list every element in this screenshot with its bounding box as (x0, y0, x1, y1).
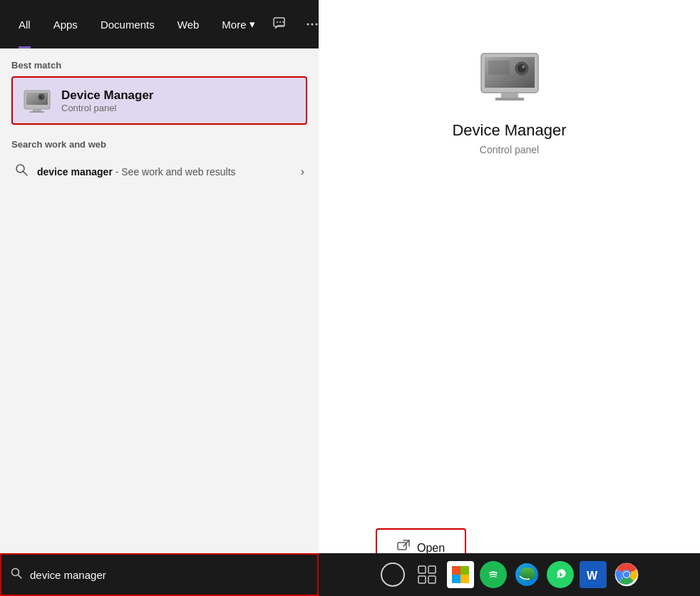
best-match-text: Device Manager Control panel (61, 88, 153, 113)
detail-content: Device Manager Control panel (319, 0, 700, 528)
best-match-title: Device Manager (61, 88, 153, 103)
svg-point-48 (624, 572, 629, 577)
svg-rect-21 (495, 98, 524, 101)
svg-rect-36 (452, 566, 460, 575)
searchbar-icon (10, 567, 23, 583)
chrome-icon[interactable] (612, 560, 641, 589)
svg-point-4 (307, 24, 309, 26)
nav-tabs: All Apps Documents Web More ▾ (0, 0, 319, 48)
svg-rect-37 (460, 566, 469, 575)
search-query-bold: device manager (37, 166, 113, 178)
svg-point-1 (277, 21, 278, 23)
search-icon (14, 163, 29, 180)
svg-rect-38 (452, 575, 460, 583)
web-search-text: device manager - See work and web result… (37, 165, 292, 178)
nav-right-icons (267, 11, 325, 38)
spotify-icon[interactable] (480, 561, 507, 588)
svg-point-15 (16, 165, 24, 173)
tab-documents[interactable]: Documents (89, 0, 166, 48)
svg-rect-35 (428, 576, 436, 583)
taskbar: W (319, 553, 700, 596)
search-box[interactable] (0, 553, 319, 596)
web-search-item[interactable]: device manager - See work and web result… (11, 155, 307, 187)
word-icon[interactable]: W (580, 561, 607, 588)
svg-point-31 (381, 563, 404, 586)
svg-point-23 (518, 64, 526, 73)
search-query-suffix: - See work and web results (113, 166, 236, 178)
best-match-label: Best match (11, 60, 307, 71)
svg-point-5 (311, 24, 313, 26)
search-results: Best match (0, 48, 319, 596)
svg-rect-27 (398, 543, 406, 550)
search-input[interactable] (30, 569, 309, 581)
device-manager-icon (23, 86, 51, 115)
svg-point-25 (523, 66, 525, 67)
svg-point-14 (41, 96, 43, 97)
svg-text:W: W (587, 570, 598, 582)
svg-rect-20 (501, 93, 518, 98)
chevron-right-icon: › (301, 165, 304, 178)
edge-icon[interactable] (513, 560, 541, 589)
best-match-subtitle: Control panel (61, 103, 153, 113)
svg-rect-9 (26, 93, 48, 105)
cortana-icon[interactable] (379, 560, 407, 589)
svg-rect-32 (418, 566, 426, 573)
svg-line-16 (24, 172, 27, 175)
tab-apps[interactable]: Apps (42, 0, 89, 48)
detail-title: Device Manager (452, 121, 566, 140)
chevron-down-icon: ▾ (249, 18, 255, 31)
svg-line-30 (19, 575, 22, 578)
svg-rect-11 (30, 111, 44, 113)
tab-more[interactable]: More ▾ (210, 0, 266, 48)
svg-rect-39 (460, 575, 469, 583)
whatsapp-icon[interactable] (547, 561, 574, 588)
store-icon[interactable] (447, 561, 474, 588)
svg-point-3 (282, 21, 284, 23)
svg-rect-33 (428, 566, 436, 573)
svg-rect-34 (418, 576, 426, 583)
detail-device-manager-icon (478, 43, 542, 107)
svg-point-2 (279, 21, 281, 23)
best-match-item[interactable]: Device Manager Control panel (11, 76, 307, 125)
tab-all[interactable]: All (7, 0, 42, 48)
task-view-icon[interactable] (413, 560, 441, 589)
svg-rect-26 (488, 61, 510, 75)
detail-panel: Device Manager Control panel Open (319, 0, 700, 596)
svg-point-6 (315, 24, 317, 26)
feedback-icon[interactable] (267, 11, 294, 38)
svg-point-13 (40, 96, 43, 99)
detail-subtitle: Control panel (480, 144, 539, 155)
open-label: Open (417, 542, 445, 555)
web-search-label: Search work and web (11, 139, 307, 150)
tab-web[interactable]: Web (166, 0, 211, 48)
